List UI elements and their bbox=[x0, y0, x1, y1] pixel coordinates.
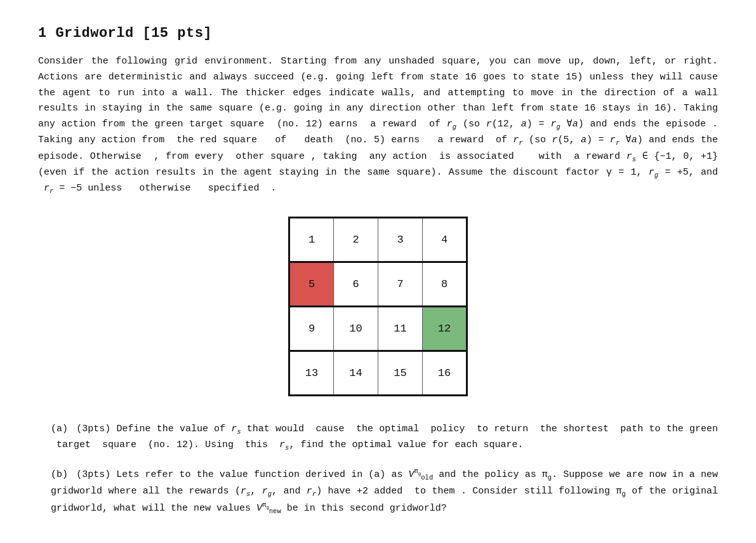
cell-16: 16 bbox=[423, 351, 467, 395]
cell-3: 3 bbox=[378, 217, 423, 262]
page-title: 1 Gridworld [15 pts] bbox=[38, 25, 718, 41]
question-b: (b) (3pts) Lets refer to the value funct… bbox=[38, 466, 718, 517]
cell-4: 4 bbox=[423, 217, 467, 262]
cell-10: 10 bbox=[334, 306, 378, 351]
grid-table: 1 2 3 4 5 6 7 8 9 10 11 12 13 14 bbox=[288, 217, 468, 396]
cell-14: 14 bbox=[334, 351, 378, 395]
cell-7: 7 bbox=[378, 262, 423, 306]
cell-13: 13 bbox=[289, 351, 334, 395]
question-b-label: (b) bbox=[51, 467, 68, 483]
cell-1: 1 bbox=[289, 217, 334, 262]
question-b-text: (b) (3pts) Lets refer to the value funct… bbox=[51, 466, 718, 517]
cell-15: 15 bbox=[378, 351, 423, 395]
cell-11: 11 bbox=[378, 306, 423, 351]
cell-2: 2 bbox=[334, 217, 378, 262]
question-a-text: (a) (3pts) Define the value of rs that w… bbox=[51, 422, 718, 454]
cell-6: 6 bbox=[334, 262, 378, 306]
intro-paragraph: Consider the following grid environment.… bbox=[38, 54, 718, 198]
cell-5: 5 bbox=[289, 262, 334, 306]
gridworld-diagram: 1 2 3 4 5 6 7 8 9 10 11 12 13 14 bbox=[38, 217, 718, 396]
cell-9: 9 bbox=[289, 306, 334, 351]
cell-8: 8 bbox=[423, 262, 467, 306]
question-a-label: (a) bbox=[51, 422, 68, 438]
question-a: (a) (3pts) Define the value of rs that w… bbox=[38, 422, 718, 454]
cell-12: 12 bbox=[423, 306, 467, 351]
